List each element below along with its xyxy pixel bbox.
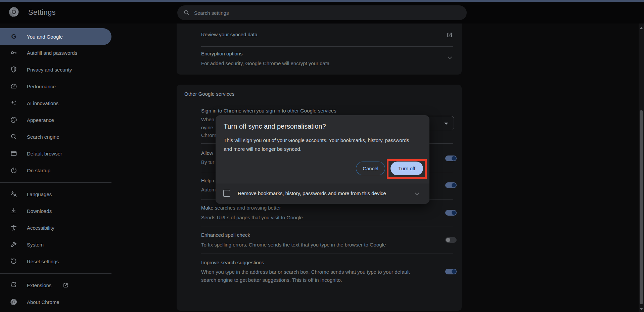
divider (201, 226, 453, 226)
cancel-button[interactable]: Cancel (356, 162, 385, 175)
sidebar-item-extensions[interactable]: Extensions (0, 277, 111, 294)
divider (201, 46, 453, 47)
magnifier-icon (10, 133, 17, 140)
sidebar-item-reset-settings[interactable]: Reset settings (0, 253, 111, 270)
page-title: Settings (28, 8, 56, 17)
sidebar-item-accessibility[interactable]: Accessibility (0, 219, 111, 236)
chevron-down-icon[interactable] (447, 55, 453, 61)
sidebar-item-autofill-and-passwords[interactable]: Autofill and passwords (0, 44, 111, 61)
dialog-title: Turn off sync and personalisation? (224, 123, 326, 130)
signin-row-title: Sign in to Chrome when you sign in to ot… (201, 108, 336, 114)
sidebar-item-downloads[interactable]: Downloads (0, 203, 111, 219)
sidebar-item-search-engine[interactable]: Search engine (0, 128, 111, 145)
dialog-body: This will sign you out of your Google ac… (224, 136, 417, 153)
sidebar-item-appearance[interactable]: Appearance (0, 112, 111, 128)
dropdown-caret-icon (444, 123, 448, 125)
scrollbar-down-arrow-icon[interactable] (640, 308, 643, 310)
searches-row-toggle[interactable] (445, 210, 457, 216)
puzzle-icon (10, 281, 17, 289)
help-row-toggle[interactable] (445, 182, 457, 188)
wrench-icon (10, 241, 17, 248)
signin-row-description-fragment: Chrom (201, 131, 216, 139)
settings-search-bar[interactable] (177, 5, 467, 20)
chrome-logo-icon (9, 7, 19, 17)
chevron-down-icon[interactable] (414, 191, 420, 197)
sidebar-item-privacy-and-security[interactable]: Privacy and security (0, 61, 111, 78)
palette-icon (10, 116, 17, 124)
toggle-knob (452, 211, 456, 215)
sparkles-icon (10, 99, 17, 107)
external-link-icon[interactable] (446, 32, 453, 38)
browser-window-icon (10, 150, 17, 157)
external-link-icon (62, 282, 69, 288)
remove-data-checkbox-label: Remove bookmarks, history, passwords and… (238, 190, 386, 196)
download-icon (10, 207, 17, 215)
review-synced-data-row[interactable]: Review your synced data (201, 32, 258, 37)
toggle-knob (446, 238, 450, 242)
divider (201, 254, 453, 254)
sidebar-item-about-chrome[interactable]: About Chrome (0, 294, 111, 310)
suggestions-row-title: Improve search suggestions (201, 260, 264, 265)
help-row-title-fragment: Help i (201, 178, 214, 183)
allow-row-description-fragment: By tur (201, 158, 214, 166)
sidebar-item-performance[interactable]: Performance (0, 78, 111, 95)
spellcheck-row-title: Enhanced spell check (201, 232, 250, 238)
accessibility-icon (10, 224, 17, 231)
suggestions-row-description: When you type in the address bar or sear… (201, 268, 423, 284)
help-row-description-fragment: Autom (201, 186, 216, 194)
scrollbar[interactable] (639, 24, 644, 312)
red-annotation-rectangle (387, 159, 427, 179)
sidebar-item-languages[interactable]: Languages (0, 186, 111, 203)
sidebar-divider (0, 273, 111, 274)
signin-row-description-fragment: When (201, 116, 214, 124)
sidebar-item-default-browser[interactable]: Default browser (0, 145, 111, 162)
settings-header: Settings (0, 0, 644, 24)
sidebar-divider (0, 182, 111, 183)
sidebar-item-you-and-google[interactable]: G You and Google (0, 28, 111, 45)
section-header: Other Google services (184, 91, 234, 97)
encryption-options-row[interactable]: Encryption options (201, 51, 242, 56)
allow-row-title-fragment: Allow (201, 150, 213, 156)
sidebar-item-ai-innovations[interactable]: AI innovations (0, 95, 111, 112)
toggle-knob (452, 269, 456, 274)
searches-row-title: Make searches and browsing better (201, 205, 281, 211)
signin-row-description-fragment: oyine (201, 124, 213, 132)
searches-row-description: Sends URLs of pages that you visit to Go… (201, 214, 303, 222)
sidebar-item-system[interactable]: System (0, 236, 111, 253)
sidebar-item-on-startup[interactable]: On startup (0, 162, 111, 179)
remove-data-checkbox[interactable] (223, 190, 230, 197)
allow-row-toggle[interactable] (445, 155, 457, 161)
encryption-options-description: For added security, Google Chrome will e… (201, 59, 329, 68)
translate-icon (10, 190, 17, 198)
chrome-settings-window: Review your synced data Encryption optio… (0, 0, 644, 312)
scrollbar-up-arrow-icon[interactable] (640, 27, 643, 29)
restore-icon (10, 258, 17, 265)
toggle-knob (452, 156, 456, 161)
spellcheck-row-description: To fix spelling errors, Chrome sends the… (201, 241, 386, 249)
dialog-checkbox-strip: Remove bookmarks, history, passwords and… (216, 183, 429, 204)
shield-icon (10, 66, 17, 73)
search-icon (183, 9, 190, 16)
chrome-logo-icon (10, 298, 17, 306)
window-top-strip (0, 0, 644, 2)
google-g-icon: G (11, 33, 16, 40)
settings-sidebar: G You and Google Autofill and passwords … (0, 24, 111, 312)
search-input[interactable] (194, 10, 443, 16)
suggestions-row-toggle[interactable] (445, 269, 457, 274)
toggle-knob (452, 183, 456, 187)
speedometer-icon (10, 83, 17, 90)
power-icon (10, 167, 17, 174)
scrollbar-thumb[interactable] (640, 110, 643, 304)
key-icon (10, 49, 17, 56)
spellcheck-row-toggle[interactable] (445, 237, 457, 243)
